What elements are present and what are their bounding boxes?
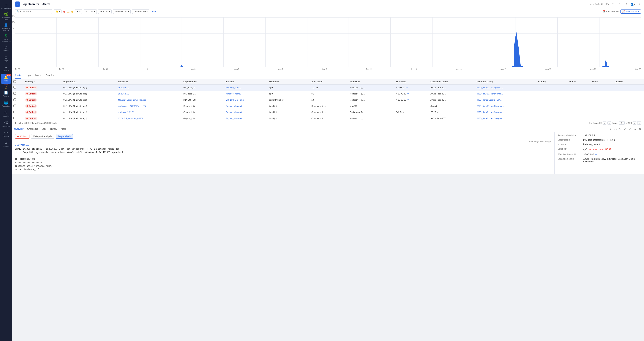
row-instance[interactable]: MD_LMI_DS_Time	[224, 97, 268, 103]
collapse-btn[interactable]: ▲	[633, 127, 637, 131]
table-row[interactable]: Critical 01:11 PM (1 minute ago) 127.0.0…	[12, 115, 644, 120]
star-filter-btn[interactable]: ⭐ ▾	[54, 9, 62, 14]
col-header-instance[interactable]: Instance	[224, 79, 268, 84]
detail-tab-logs[interactable]: Logs	[42, 126, 46, 132]
sidebar-item-cost-optimization[interactable]: 💲 Cost Optimization	[1, 33, 11, 44]
table-row[interactable]: Critical 01:11 PM (1 minute ago) gsdevic…	[12, 103, 644, 109]
row-resource[interactable]: gsdevice1_~!@#$%^&(_+()^>	[117, 103, 182, 109]
next-page-btn[interactable]: ›	[633, 121, 636, 125]
col-header-ack-by[interactable]: ACK By	[536, 79, 567, 84]
table-row[interactable]: Critical 01:11 PM (1 minute ago) MayurD_…	[12, 97, 644, 103]
col-header-rg[interactable]: Resource Group	[475, 79, 536, 84]
sidebar-item-mappings[interactable]: 🗺 Mappings	[1, 119, 11, 129]
sidebar-item-modules[interactable]: ⬡ Modules	[1, 109, 11, 119]
col-header-notes[interactable]: Notes	[590, 79, 613, 84]
detail-field-value[interactable]: instance_name3	[583, 143, 641, 146]
col-header-threshold[interactable]: Threshold	[394, 79, 429, 84]
detail-tab-history[interactable]: History	[50, 126, 57, 132]
sdt-filter-btn[interactable]: SDT: All ▾	[84, 9, 97, 14]
tab-graphs[interactable]: Graphs	[46, 72, 54, 79]
clear-btn[interactable]: Clear	[151, 10, 156, 13]
last-page-btn[interactable]: »	[637, 121, 641, 125]
help-btn[interactable]: ?	[638, 2, 641, 6]
row-check[interactable]	[12, 97, 24, 103]
ack-filter-btn[interactable]: ACK: All ▾	[98, 9, 112, 14]
table-row[interactable]: Critical 01:11 PM (1 minute ago) 192.168…	[12, 90, 644, 97]
sidebar-item-dashboards[interactable]: ⊞ Dashboards	[1, 2, 11, 11]
row-check[interactable]	[12, 103, 24, 109]
time-series-btn[interactable]: 📈 Time Series ▾	[620, 10, 641, 14]
row-check[interactable]	[12, 90, 24, 97]
row-rg[interactable]: !!!!JD_linux01, rishaydyna...	[475, 84, 536, 90]
row-resource[interactable]: gsdevice2_%_%	[117, 109, 182, 115]
sidebar-item-resource-explorer[interactable]: 👤 Resource Explorer	[1, 22, 11, 33]
sidebar-item-services[interactable]: ⬡ Services	[1, 44, 11, 54]
prev-page-btn[interactable]: ‹	[608, 121, 611, 125]
sidebar-item-settings[interactable]: ⚙ Settings	[1, 140, 11, 149]
filter-input-wrapper[interactable]: 🔍	[15, 9, 52, 14]
row-rg[interactable]: !!!!JD_Tenant, ipsita_CO...	[475, 97, 536, 103]
edit-threshold-icon[interactable]: ✏	[407, 92, 409, 95]
detail-tab-maps[interactable]: Maps	[61, 126, 66, 132]
detail-tab-overview[interactable]: Overview	[14, 126, 24, 132]
sidebar-item-edwin-ai[interactable]: ✦ Edwin AI	[1, 64, 11, 74]
detail-field-value[interactable]: MA_Test_Datasource_RT_KJ_1	[583, 139, 641, 141]
sidebar-item-alerts[interactable]: 🔔 Alerts 10.2k	[1, 74, 11, 84]
row-rg[interactable]: !!!!JD_linux01, testSwapna...	[475, 115, 536, 120]
select-all-checkbox[interactable]	[14, 80, 16, 83]
col-header-datapoint[interactable]: Datapoint	[268, 79, 310, 84]
col-header-cleared[interactable]: Cleared	[613, 79, 644, 84]
col-header-module[interactable]: LogicModule	[182, 79, 224, 84]
tab-alerts[interactable]: Alerts	[15, 72, 21, 79]
expand-btn[interactable]: ⤢	[618, 2, 621, 6]
sidebar-item-logs[interactable]: ☰ Logs	[1, 54, 11, 64]
alert-id-link[interactable]: DS149659100	[15, 144, 29, 146]
tab-logs[interactable]: Logs	[26, 72, 31, 79]
notifications-btn[interactable]: 🗨	[624, 2, 628, 6]
close-detail-btn[interactable]: ✕	[638, 127, 642, 131]
row-instance[interactable]: Gayatri_jobMonitor	[224, 103, 268, 109]
row-rg[interactable]: !!!!JD_linux01, testSwapna...	[475, 109, 536, 115]
critical-badge-btn[interactable]: Critical	[15, 134, 30, 139]
open-btn[interactable]: ⬡	[614, 127, 617, 131]
sidebar-item-traces[interactable]: 〰 Traces	[1, 129, 11, 139]
row-resource[interactable]: 127.0.0.1_collector_40956	[117, 115, 182, 120]
table-row[interactable]: Critical 01:11 PM (1 minute ago) gsdevic…	[12, 109, 644, 115]
row-rg[interactable]: !!!!JD_linux01, testSwapna...	[475, 103, 536, 109]
sidebar-item-websites[interactable]: 🌐 Websites	[1, 99, 11, 109]
filter-funnel-btn[interactable]: ▼ ▾	[75, 9, 82, 14]
row-resource[interactable]: 192.168.1.2	[117, 84, 182, 90]
detail-tab-graphs[interactable]: Graphs (1)	[27, 126, 38, 132]
row-check[interactable]	[12, 115, 24, 120]
col-header-ack-at[interactable]: ACK At	[567, 79, 590, 84]
cleared-filter-btn[interactable]: Cleared: No ▾	[132, 9, 149, 14]
col-header-reported[interactable]: Reported At ↓	[62, 79, 117, 84]
sidebar-item-reports[interactable]: 📄 Reports	[1, 89, 11, 99]
refresh-btn[interactable]: ↻	[612, 2, 615, 6]
col-header-resource[interactable]: Resource	[117, 79, 182, 84]
tab-maps[interactable]: Maps	[35, 72, 41, 79]
share-btn[interactable]: ↗	[609, 127, 612, 131]
edit-threshold-icon[interactable]: ✏	[407, 99, 409, 101]
row-rg[interactable]: !!!!JD_linux01, rishaydyna...	[475, 90, 536, 97]
col-header-check[interactable]	[12, 79, 24, 84]
edit-icon[interactable]: ✏	[595, 153, 597, 156]
row-instance[interactable]: Gayatri_jobMonitor	[224, 115, 268, 120]
row-resource[interactable]: 192.168.1.2	[117, 90, 182, 97]
table-row[interactable]: Critical 01:11 PM (1 minute ago) 192.168…	[12, 84, 644, 90]
filter-input[interactable]	[20, 10, 50, 13]
row-check[interactable]	[12, 109, 24, 115]
expand-detail-btn[interactable]: ⤢	[628, 127, 632, 131]
page-input[interactable]	[619, 121, 624, 125]
row-resource[interactable]: MayurD_Local_Linux_Device	[117, 97, 182, 103]
row-instance[interactable]: instance_name1	[224, 90, 268, 97]
col-header-value[interactable]: Alert Value	[310, 79, 348, 84]
col-header-rule[interactable]: Alert Rule	[348, 79, 394, 84]
row-check[interactable]	[12, 84, 24, 90]
sidebar-item-resource-tree[interactable]: 🌿 Resource Tree	[1, 12, 11, 22]
row-instance[interactable]: Gayatri_jobMonitor	[224, 109, 268, 115]
edit-threshold-icon[interactable]: ✏	[406, 86, 408, 89]
col-header-escalation[interactable]: Escalation Chain	[429, 79, 475, 84]
col-header-severity[interactable]: Severity ↓	[24, 79, 62, 84]
refresh-detail-btn[interactable]: ↻	[619, 127, 622, 131]
